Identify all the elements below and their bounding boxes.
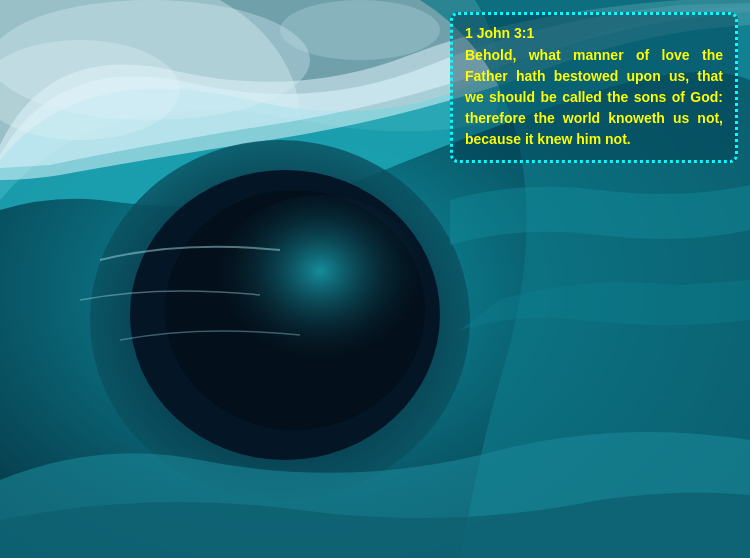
svg-point-9: [280, 0, 440, 60]
svg-point-6: [210, 195, 430, 385]
background-container: 1 John 3:1 Behold, what manner of love t…: [0, 0, 750, 558]
verse-reference: 1 John 3:1: [465, 25, 723, 41]
verse-textbox: 1 John 3:1 Behold, what manner of love t…: [450, 12, 738, 163]
verse-body: Behold, what manner of love the Father h…: [465, 45, 723, 150]
